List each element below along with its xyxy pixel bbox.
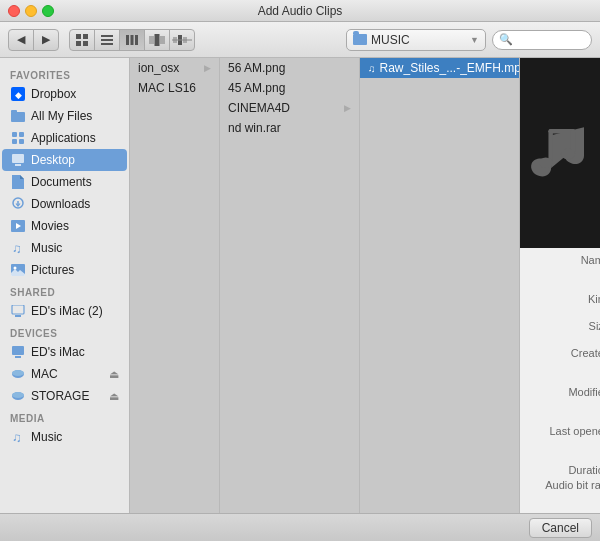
- storage-icon: [10, 388, 26, 404]
- sidebar-item-label: Dropbox: [31, 87, 76, 101]
- meta-row-modified: Modified Today 11:02 AM: [530, 386, 590, 422]
- meta-key-modified: Modified: [530, 386, 600, 422]
- sidebar-item-movies[interactable]: Movies: [2, 215, 127, 237]
- svg-point-41: [12, 392, 24, 398]
- sidebar-item-applications[interactable]: Applications: [2, 127, 127, 149]
- disk-icon: [10, 366, 26, 382]
- column-3: ♫ Raw_Stiles_...-_EMFH.mp3: [360, 58, 520, 513]
- dropbox-icon: ◆: [10, 86, 26, 102]
- meta-row-duration: Duration –: [530, 464, 590, 476]
- pictures-icon: [10, 262, 26, 278]
- sidebar-item-pictures[interactable]: Pictures: [2, 259, 127, 281]
- sidebar-item-eds-imac-device[interactable]: ED's iMac: [2, 341, 127, 363]
- column-1: ion_osx ▶ MAC LS16: [130, 58, 220, 513]
- coverflow-view-button[interactable]: [144, 29, 170, 51]
- svg-rect-21: [12, 132, 17, 137]
- svg-rect-6: [101, 43, 113, 45]
- column-2: 56 AM.png 45 AM.png CINEMA4D ▶ nd win.ra…: [220, 58, 360, 513]
- documents-icon: [10, 174, 26, 190]
- sidebar-item-label: Music: [31, 241, 62, 255]
- preview-image: [520, 58, 600, 248]
- sidebar-item-label: Pictures: [31, 263, 74, 277]
- svg-rect-24: [19, 139, 24, 144]
- cancel-button[interactable]: Cancel: [529, 518, 592, 538]
- svg-rect-37: [15, 356, 21, 358]
- metadata-panel: Name Raw_Stiles_–_03 _EMFH.mp3 Kind MP3 …: [520, 248, 600, 513]
- svg-rect-1: [83, 34, 88, 39]
- file-item-ion-osx[interactable]: ion_osx ▶: [130, 58, 219, 78]
- minimize-button[interactable]: [25, 5, 37, 17]
- meta-row-name: Name Raw_Stiles_–_03 _EMFH.mp3: [530, 254, 590, 290]
- flow-view-button[interactable]: [169, 29, 195, 51]
- file-label: 56 AM.png: [228, 61, 285, 75]
- sidebar-item-music-media[interactable]: ♫ Music: [2, 426, 127, 448]
- titlebar: Add Audio Clips: [0, 0, 600, 22]
- file-item-56am[interactable]: 56 AM.png: [220, 58, 359, 78]
- sidebar-item-downloads[interactable]: Downloads: [2, 193, 127, 215]
- favorites-section-label: FAVORITES: [0, 64, 129, 83]
- sidebar-item-mac[interactable]: MAC ⏏: [2, 363, 127, 385]
- sidebar-item-all-my-files[interactable]: All My Files: [2, 105, 127, 127]
- svg-point-39: [12, 370, 24, 376]
- icon-view-button[interactable]: [69, 29, 95, 51]
- music-media-icon: ♫: [10, 429, 26, 445]
- meta-row-kind: Kind MP3 audio: [530, 293, 590, 317]
- sidebar-item-label: Applications: [31, 131, 96, 145]
- chevron-icon: ▶: [344, 103, 351, 113]
- media-section-label: MEDIA: [0, 407, 129, 426]
- devices-section-label: DEVICES: [0, 322, 129, 341]
- svg-rect-7: [126, 35, 129, 45]
- list-view-button[interactable]: [94, 29, 120, 51]
- sidebar-item-dropbox[interactable]: ◆ Dropbox: [2, 83, 127, 105]
- file-label: 45 AM.png: [228, 81, 285, 95]
- sidebar-item-storage[interactable]: STORAGE ⏏: [2, 385, 127, 407]
- sidebar-item-eds-imac-2[interactable]: ED's iMac (2): [2, 300, 127, 322]
- svg-rect-25: [12, 154, 24, 163]
- sidebar-item-label: MAC: [31, 367, 58, 381]
- meta-row-last-opened: Last opened Today 11:02 AM: [530, 425, 590, 461]
- column-view-button[interactable]: [119, 29, 145, 51]
- sidebar-item-music[interactable]: ♫ Music: [2, 237, 127, 259]
- folder-icon: [353, 34, 367, 45]
- eject-icon-2: ⏏: [109, 390, 119, 403]
- path-label: MUSIC: [371, 33, 466, 47]
- file-item-raw-stiles[interactable]: ♫ Raw_Stiles_...-_EMFH.mp3: [360, 58, 519, 78]
- network-icon: [10, 303, 26, 319]
- file-item-win-rar[interactable]: nd win.rar: [220, 118, 359, 138]
- file-label: MAC LS16: [138, 81, 196, 95]
- file-item-cinema4d[interactable]: CINEMA4D ▶: [220, 98, 359, 118]
- svg-rect-34: [12, 305, 24, 314]
- computer-icon: [10, 344, 26, 360]
- sidebar-item-desktop[interactable]: Desktop: [2, 149, 127, 171]
- svg-rect-12: [160, 36, 165, 44]
- sidebar-item-label: Desktop: [31, 153, 75, 167]
- search-box[interactable]: 🔍: [492, 30, 592, 50]
- meta-key-audio-bit-rate: Audio bit rate: [530, 479, 600, 491]
- sidebar-item-label: Music: [31, 430, 62, 444]
- file-item-mac-ls16[interactable]: MAC LS16: [130, 78, 219, 98]
- maximize-button[interactable]: [42, 5, 54, 17]
- meta-key-created: Created: [530, 347, 600, 383]
- svg-text:♫: ♫: [12, 241, 22, 255]
- file-item-45am[interactable]: 45 AM.png: [220, 78, 359, 98]
- forward-button[interactable]: ▶: [33, 29, 59, 51]
- eject-icon: ⏏: [109, 368, 119, 381]
- toolbar: ◀ ▶: [0, 22, 600, 58]
- meta-row-size: Size 9.3 MB: [530, 320, 590, 344]
- music-note-large-icon: [520, 108, 600, 198]
- svg-rect-0: [76, 34, 81, 39]
- close-button[interactable]: [8, 5, 20, 17]
- svg-text:◆: ◆: [15, 90, 22, 100]
- dropdown-arrow-icon: ▼: [470, 35, 479, 45]
- window-title: Add Audio Clips: [258, 4, 343, 18]
- back-button[interactable]: ◀: [8, 29, 34, 51]
- bottom-bar: Cancel: [0, 513, 600, 541]
- chevron-icon: ▶: [204, 63, 211, 73]
- svg-text:♫: ♫: [12, 430, 22, 444]
- meta-key-last-opened: Last opened: [530, 425, 600, 461]
- meta-key-duration: Duration: [530, 464, 600, 476]
- path-dropdown[interactable]: MUSIC ▼: [346, 29, 486, 51]
- search-icon: 🔍: [499, 33, 513, 46]
- sidebar-item-documents[interactable]: Documents: [2, 171, 127, 193]
- downloads-icon: [10, 196, 26, 212]
